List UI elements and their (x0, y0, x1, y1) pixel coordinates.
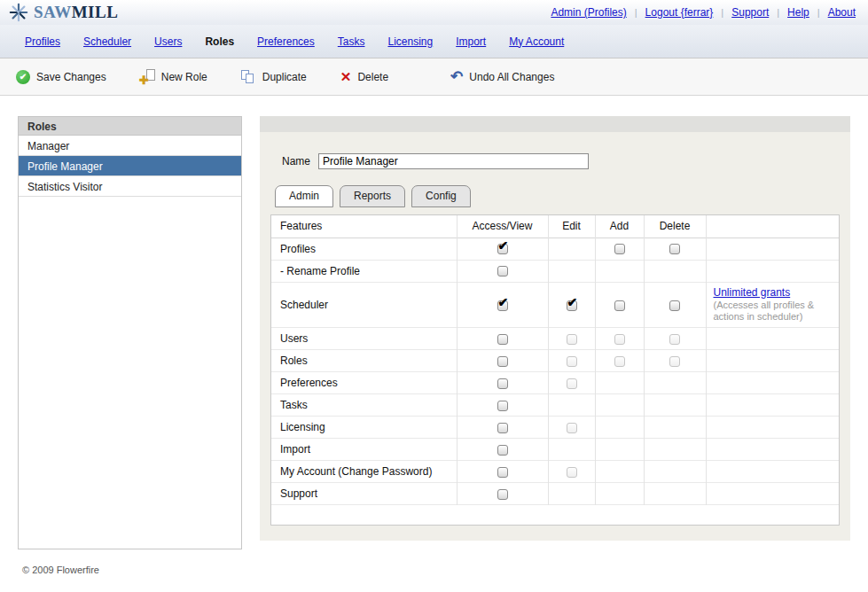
column-header-add: Add (595, 215, 644, 238)
header-links: Admin (Profiles)|Logout {ferrar}|Support… (551, 6, 856, 19)
edit-cell: ✔ (548, 282, 595, 328)
header-link-support[interactable]: Support (731, 6, 769, 19)
checkbox-disabled (567, 423, 577, 433)
edit-cell (548, 328, 595, 350)
note-cell (706, 461, 839, 483)
checkbox-unchecked[interactable] (497, 378, 508, 389)
sidebar-item-manager[interactable]: Manager (19, 136, 241, 156)
nav-item-scheduler[interactable]: Scheduler (83, 35, 131, 48)
nav-item-import[interactable]: Import (456, 35, 486, 48)
button-label: Duplicate (262, 71, 307, 83)
checkbox-checked[interactable]: ✔ (497, 300, 508, 311)
check-mark: ✔ (567, 296, 578, 308)
edit-cell (548, 260, 595, 282)
name-label: Name (282, 155, 310, 167)
checkbox-unchecked[interactable] (497, 489, 508, 500)
note-cell (706, 439, 839, 461)
note-cell (706, 394, 839, 417)
table-row-users: Users (271, 328, 839, 350)
checkbox-unchecked[interactable] (497, 445, 508, 456)
add-cell (595, 461, 644, 483)
feature-name: Import (271, 439, 457, 461)
feature-name: Tasks (271, 394, 457, 417)
unlimited-grants-link[interactable]: Unlimited grants (714, 286, 791, 299)
note-cell (706, 328, 839, 350)
checkbox-checked[interactable]: ✔ (567, 300, 577, 311)
table-head: FeaturesAccess/ViewEditAddDelete (271, 215, 839, 238)
header-link-help[interactable]: Help (787, 6, 809, 19)
duplicate-button[interactable]: Duplicate (241, 70, 307, 84)
delete-cell (644, 350, 706, 372)
feature-name: Scheduler (271, 282, 457, 328)
checkbox-unchecked[interactable] (497, 401, 508, 411)
note-cell (706, 417, 839, 439)
header-link-admin-profiles[interactable]: Admin (Profiles) (551, 6, 626, 19)
save-changes-button[interactable]: ✔Save Changes (16, 70, 106, 84)
content-area: Roles ManagerProfile ManagerStatistics V… (0, 96, 868, 549)
feature-name: Roles (271, 350, 457, 372)
header-link-about[interactable]: About (828, 6, 856, 19)
copyright-text: © 2009 Flowerfire (22, 565, 868, 575)
edit-cell (548, 483, 595, 505)
checkbox-unchecked[interactable] (497, 266, 508, 277)
checkbox-unchecked[interactable] (614, 244, 625, 254)
checkbox-unchecked[interactable] (497, 334, 508, 345)
undo-all-changes-button[interactable]: ↶Undo All Changes (450, 70, 554, 84)
link-separator: | (817, 7, 820, 18)
toolbar: ✔Save Changes✚New RoleDuplicate✕Delete↶U… (0, 58, 868, 96)
checkbox-disabled (567, 467, 577, 478)
access-view-cell: ✔ (457, 282, 548, 328)
nav-item-roles[interactable]: Roles (205, 35, 234, 48)
table-body: Profiles✔- Rename ProfileScheduler✔✔Unli… (271, 238, 839, 505)
tab-reports[interactable]: Reports (340, 185, 405, 207)
nav-item-my-account[interactable]: My Account (509, 35, 564, 48)
sidebar-item-statistics-visitor[interactable]: Statistics Visitor (19, 176, 241, 197)
note-cell (706, 483, 839, 505)
add-cell (595, 328, 644, 350)
feature-name: My Account (Change Password) (271, 461, 457, 483)
roles-sidebar: Roles ManagerProfile ManagerStatistics V… (18, 116, 242, 549)
button-label: Undo All Changes (469, 71, 554, 83)
delete-cell (644, 328, 706, 350)
new-role-button[interactable]: ✚New Role (140, 69, 207, 84)
delete-cell (644, 282, 706, 328)
table-row-roles: Roles (271, 350, 839, 372)
checkbox-unchecked[interactable] (497, 356, 508, 367)
nav-item-licensing[interactable]: Licensing (387, 35, 433, 48)
tab-config[interactable]: Config (411, 185, 471, 207)
save-check-icon: ✔ (16, 70, 30, 84)
edit-cell (548, 417, 595, 439)
table-row-import: Import (271, 439, 839, 461)
add-cell (595, 238, 644, 260)
checkbox-unchecked[interactable] (614, 300, 625, 311)
column-header-access-view: Access/View (457, 215, 548, 238)
checkbox-checked[interactable]: ✔ (497, 244, 508, 254)
delete-cell (644, 461, 706, 483)
nav-item-users[interactable]: Users (154, 35, 182, 48)
name-row: Name (282, 132, 840, 169)
tab-admin[interactable]: Admin (275, 185, 333, 207)
checkbox-unchecked[interactable] (669, 300, 680, 311)
link-separator: | (721, 7, 723, 18)
role-name-input[interactable] (318, 153, 589, 169)
checkbox-unchecked[interactable] (497, 423, 508, 433)
checkbox-unchecked[interactable] (669, 244, 680, 254)
nav-item-profiles[interactable]: Profiles (25, 35, 60, 48)
note-cell (706, 238, 839, 260)
note-cell (706, 350, 839, 372)
checkbox-disabled (567, 356, 577, 367)
table-row-preferences: Preferences (271, 372, 839, 394)
delete-cell (644, 394, 706, 417)
checkbox-unchecked[interactable] (497, 467, 508, 478)
header-link-logout-ferrar[interactable]: Logout {ferrar} (645, 6, 714, 19)
delete-button[interactable]: ✕Delete (340, 70, 388, 83)
add-cell (595, 350, 644, 372)
table-row-tasks: Tasks (271, 394, 839, 417)
nav-item-preferences[interactable]: Preferences (257, 35, 315, 48)
nav-item-tasks[interactable]: Tasks (338, 35, 365, 48)
undo-arrow-icon: ↶ (450, 70, 463, 84)
access-view-cell (457, 461, 548, 483)
panel-header-strip (260, 116, 850, 132)
table-row-profiles: Profiles✔ (271, 238, 839, 260)
sidebar-item-profile-manager[interactable]: Profile Manager (19, 156, 241, 176)
